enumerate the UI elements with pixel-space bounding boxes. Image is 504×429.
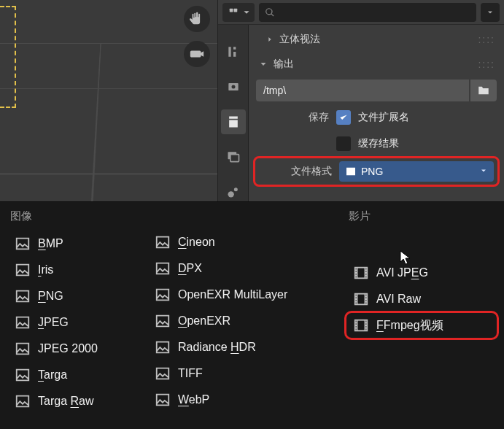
file-format-value: PNG — [361, 166, 383, 177]
column-image-1: 图像 BMPIrisPNGJPEGJPEG 2000TargaTarga Raw — [10, 209, 134, 420]
format-option[interactable]: AVI JPEG — [349, 263, 495, 283]
format-option[interactable]: BMP — [10, 233, 134, 254]
panel-output-header[interactable]: 输出 :::: — [256, 54, 497, 74]
format-label: BMP — [38, 237, 63, 250]
panel-stereoscopy-label: 立体视法 — [279, 33, 320, 46]
svg-point-7 — [233, 188, 237, 191]
heading-movie: 影片 — [349, 209, 495, 223]
format-label: Iris — [38, 263, 53, 277]
tab-scene[interactable] — [221, 179, 246, 204]
svg-rect-1 — [234, 8, 238, 12]
format-option[interactable]: JPEG 2000 — [10, 339, 134, 359]
folder-icon — [477, 84, 490, 97]
cache-result-label: 缓存结果 — [358, 137, 399, 150]
tab-viewlayer[interactable] — [221, 144, 246, 169]
format-option[interactable]: OpenEXR MultiLayer — [150, 285, 333, 305]
format-label: OpenEXR — [178, 314, 230, 328]
search-field[interactable] — [279, 7, 470, 18]
format-label: DPX — [178, 262, 202, 275]
camera-view-button[interactable] — [184, 41, 210, 67]
viewport-3d[interactable] — [0, 0, 217, 204]
drag-handle-icon[interactable]: :::: — [478, 34, 497, 45]
file-format-dropdown[interactable]: PNG — [339, 161, 494, 182]
properties-tabs — [218, 25, 249, 206]
format-label: AVI Raw — [376, 293, 421, 306]
tab-tool[interactable] — [221, 39, 246, 64]
heading-image: 图像 — [10, 209, 134, 223]
file-format-label: 文件格式 — [259, 165, 332, 178]
format-option[interactable]: AVI Raw — [349, 289, 495, 309]
column-image-2: . CineonDPXOpenEXR MultiLayerOpenEXRRadi… — [150, 209, 333, 420]
save-label: 保存 — [256, 111, 329, 124]
format-label: FFmpeg视频 — [376, 318, 443, 333]
drag-handle-icon[interactable]: :::: — [478, 58, 497, 70]
format-option[interactable]: Targa Raw — [10, 391, 134, 411]
file-extensions-label: 文件扩展名 — [358, 111, 409, 124]
browse-folder-button[interactable] — [470, 80, 497, 101]
search-icon — [265, 7, 275, 18]
cache-result-checkbox[interactable] — [336, 136, 351, 151]
format-label: WebP — [178, 393, 209, 406]
column-movie: 影片 AVI JPEGAVI RawFFmpeg视频 — [349, 209, 495, 420]
file-format-row: 文件格式 PNG — [256, 159, 497, 184]
format-option[interactable]: WebP — [150, 390, 333, 410]
svg-point-6 — [228, 191, 233, 197]
format-option[interactable]: PNG — [10, 286, 134, 306]
format-label: PNG — [38, 290, 63, 303]
properties-header — [218, 0, 504, 25]
check-icon — [338, 112, 349, 123]
file-format-menu: 图像 BMPIrisPNGJPEGJPEG 2000TargaTarga Raw… — [0, 201, 504, 429]
tab-output[interactable] — [221, 109, 246, 134]
chevron-down-icon — [479, 166, 488, 177]
image-icon — [345, 166, 357, 177]
search-input[interactable] — [259, 3, 476, 22]
tab-render[interactable] — [221, 74, 246, 99]
format-option[interactable]: Cineon — [150, 232, 333, 252]
format-option[interactable]: Iris — [10, 260, 134, 280]
svg-rect-5 — [230, 155, 239, 162]
format-option[interactable]: OpenEXR — [150, 311, 333, 331]
format-label: Targa — [38, 368, 67, 382]
format-option[interactable]: Targa — [10, 365, 134, 385]
file-extensions-checkbox[interactable] — [336, 110, 351, 125]
editor-type-dropdown[interactable] — [222, 3, 255, 22]
svg-point-3 — [231, 85, 235, 89]
format-label: JPEG — [38, 316, 69, 329]
format-label: Radiance HDR — [178, 341, 256, 354]
output-path-input[interactable]: /tmp\ — [256, 80, 469, 101]
format-option[interactable]: FFmpeg视频 — [349, 315, 495, 336]
format-label: TIFF — [178, 367, 203, 380]
format-label: JPEG 2000 — [38, 342, 98, 355]
panel-output-label: 输出 — [274, 58, 294, 71]
format-label: Cineon — [178, 236, 215, 249]
format-label: Targa Raw — [38, 395, 93, 408]
options-dropdown[interactable] — [481, 3, 500, 22]
format-option[interactable]: JPEG — [10, 312, 134, 333]
format-option[interactable]: Radiance HDR — [150, 337, 333, 358]
pan-view-button[interactable] — [184, 6, 210, 32]
format-option[interactable]: DPX — [150, 258, 333, 279]
grid-floor — [0, 43, 217, 204]
format-option[interactable]: TIFF — [150, 363, 333, 384]
format-label: OpenEXR MultiLayer — [178, 288, 287, 301]
format-label: AVI JPEG — [376, 266, 428, 279]
output-path-value: /tmp\ — [263, 85, 286, 96]
chevron-right-icon — [266, 36, 274, 43]
chevron-down-icon — [259, 60, 268, 69]
panel-stereoscopy[interactable]: 立体视法 :::: — [256, 29, 497, 50]
svg-rect-0 — [230, 8, 233, 12]
properties-panel: 立体视法 :::: 输出 :::: /tmp\ 保存 — [217, 0, 504, 206]
